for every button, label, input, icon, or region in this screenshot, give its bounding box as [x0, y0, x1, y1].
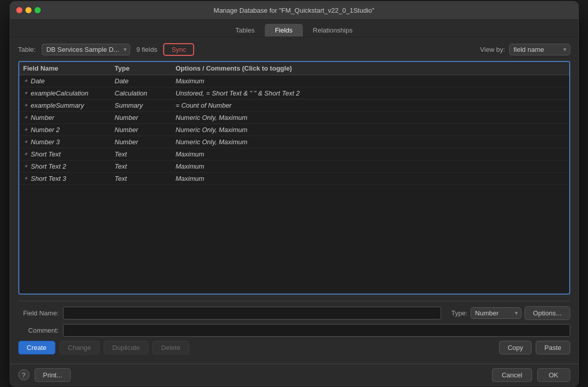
row-handle-icon: ✦	[23, 126, 28, 133]
field-name-cell: ✦Date	[23, 77, 115, 85]
field-type-value: Text	[115, 150, 176, 158]
comment-input[interactable]	[63, 324, 570, 337]
fields-table: Field Name Type Options / Comments (Clic…	[18, 61, 570, 295]
row-handle-icon: ✦	[23, 78, 28, 84]
table-row[interactable]: ✦Number 3NumberNumeric Only, Maximum	[19, 136, 569, 148]
duplicate-button[interactable]: Duplicate	[104, 341, 148, 354]
col-header-options: Options / Comments (Click to toggle)	[176, 64, 565, 72]
help-button[interactable]: ?	[18, 369, 29, 380]
view-by-select-wrapper: field name ▼	[509, 44, 570, 55]
row-handle-icon: ✦	[23, 90, 28, 96]
table-row[interactable]: ✦Short Text 3TextMaximum	[19, 173, 569, 185]
footer-left: ? Print...	[18, 368, 71, 382]
field-name-value: Short Text 3	[31, 175, 67, 182]
view-by-label: View by:	[480, 46, 505, 53]
field-type-value: Number	[115, 138, 176, 146]
print-button[interactable]: Print...	[35, 368, 71, 382]
title-bar: Manage Database for "FM_Quickstart_v22_0…	[10, 2, 578, 20]
field-name-value: exampleSummary	[31, 102, 84, 109]
comment-label: Comment:	[18, 327, 59, 334]
field-name-value: Date	[31, 77, 45, 85]
field-name-cell: ✦Number	[23, 114, 115, 121]
change-button[interactable]: Change	[59, 341, 100, 354]
table-label: Table:	[18, 46, 36, 53]
field-options-value: Numeric Only, Maximum	[176, 114, 565, 121]
table-row[interactable]: ✦Number 2NumberNumeric Only, Maximum	[19, 124, 569, 136]
close-button[interactable]	[16, 7, 22, 13]
field-type-value: Number	[115, 114, 176, 121]
tab-tables[interactable]: Tables	[225, 24, 265, 37]
view-by-select[interactable]: field name	[509, 44, 570, 55]
table-select-wrapper: DB Services Sample D... ▼	[42, 44, 130, 55]
field-name-value: Short Text	[31, 150, 61, 158]
field-name-row: Field Name: Type: Number Text Date Time …	[18, 306, 570, 320]
row-handle-icon: ✦	[23, 163, 28, 170]
field-options-value: Maximum	[176, 77, 565, 85]
field-type-value: Text	[115, 163, 176, 170]
table-body: ✦DateDateMaximum✦exampleCalculationCalcu…	[19, 75, 569, 294]
ok-button[interactable]: OK	[537, 368, 570, 382]
main-content: Table: DB Services Sample D... ▼ 9 field…	[10, 37, 578, 364]
field-type-value: Calculation	[115, 89, 176, 97]
field-type-value: Number	[115, 126, 176, 134]
zoom-button[interactable]	[35, 7, 41, 13]
traffic-lights	[16, 7, 41, 13]
tab-relationships[interactable]: Relationships	[303, 24, 363, 37]
table-select[interactable]: DB Services Sample D...	[42, 44, 130, 55]
tab-bar: Tables Fields Relationships	[10, 20, 578, 37]
field-name-value: Number	[31, 114, 54, 121]
table-header: Field Name Type Options / Comments (Clic…	[19, 62, 569, 75]
field-options-value: Maximum	[176, 175, 565, 182]
field-options-value: = Count of Number	[176, 102, 565, 109]
field-name-cell: ✦Short Text 3	[23, 175, 115, 182]
field-name-cell: ✦exampleCalculation	[23, 89, 115, 97]
table-row[interactable]: ✦DateDateMaximum	[19, 75, 569, 87]
type-select[interactable]: Number Text Date Time Timestamp Containe…	[471, 307, 521, 319]
paste-button[interactable]: Paste	[536, 341, 570, 354]
action-bar: Create Change Duplicate Delete Copy Past…	[18, 341, 570, 358]
table-row[interactable]: ✦exampleCalculationCalculationUnstored, …	[19, 87, 569, 100]
row-handle-icon: ✦	[23, 151, 28, 157]
toolbar: Table: DB Services Sample D... ▼ 9 field…	[18, 43, 570, 56]
field-name-cell: ✦Short Text	[23, 150, 115, 158]
cancel-button[interactable]: Cancel	[492, 368, 532, 382]
window-title: Manage Database for "FM_Quickstart_v22_0…	[213, 7, 374, 14]
table-row[interactable]: ✦NumberNumberNumeric Only, Maximum	[19, 112, 569, 124]
field-options-value: Maximum	[176, 163, 565, 170]
col-header-type: Type	[115, 64, 176, 72]
create-button[interactable]: Create	[18, 341, 55, 354]
sync-button[interactable]: Sync	[163, 43, 194, 56]
field-name-cell: ✦Number 2	[23, 126, 115, 134]
copy-button[interactable]: Copy	[499, 341, 532, 354]
delete-button[interactable]: Delete	[152, 341, 189, 354]
field-type-value: Text	[115, 175, 176, 182]
tab-fields[interactable]: Fields	[265, 24, 303, 37]
row-handle-icon: ✦	[23, 175, 28, 182]
type-label: Type:	[451, 309, 468, 317]
table-row[interactable]: ✦Short TextTextMaximum	[19, 148, 569, 160]
row-handle-icon: ✦	[23, 114, 28, 121]
field-type-value: Date	[115, 77, 176, 85]
table-row[interactable]: ✦exampleSummarySummary= Count of Number	[19, 100, 569, 112]
field-name-value: Number 2	[31, 126, 60, 134]
footer-bar: ? Print... Cancel OK	[10, 364, 578, 386]
field-name-cell: ✦Short Text 2	[23, 163, 115, 170]
row-handle-icon: ✦	[23, 139, 28, 145]
field-name-input[interactable]	[63, 307, 442, 319]
type-section: Type: Number Text Date Time Timestamp Co…	[451, 306, 570, 320]
field-name-value: exampleCalculation	[31, 89, 88, 97]
field-options-value: Numeric Only, Maximum	[176, 138, 565, 146]
field-name-cell: ✦exampleSummary	[23, 102, 115, 109]
field-name-cell: ✦Number 3	[23, 138, 115, 146]
field-name-value: Short Text 2	[31, 163, 67, 170]
type-select-wrapper: Number Text Date Time Timestamp Containe…	[471, 307, 521, 319]
comment-row: Comment:	[18, 324, 570, 337]
bottom-form: Field Name: Type: Number Text Date Time …	[18, 301, 570, 358]
minimize-button[interactable]	[25, 7, 32, 13]
table-row[interactable]: ✦Short Text 2TextMaximum	[19, 160, 569, 173]
field-name-value: Number 3	[31, 138, 60, 146]
main-window: Manage Database for "FM_Quickstart_v22_0…	[10, 1, 579, 386]
field-options-value: Maximum	[176, 150, 565, 158]
options-button[interactable]: Options...	[524, 306, 570, 320]
footer-right: Cancel OK	[492, 368, 570, 382]
